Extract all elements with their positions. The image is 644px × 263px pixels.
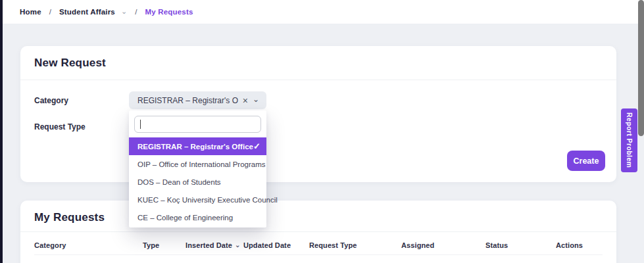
dropdown-option-dos[interactable]: DOS – Dean of Students (129, 173, 266, 191)
column-header-updated-date[interactable]: Updated Date (243, 241, 291, 249)
chevron-down-icon[interactable]: ⌄ (121, 7, 127, 16)
divider (34, 254, 603, 255)
column-header-request-type[interactable]: Request Type (309, 241, 357, 249)
new-request-card: New Request Category REGISTRAR – Registr… (20, 46, 616, 182)
chevron-down-icon[interactable]: ⌄ (253, 95, 266, 103)
breadcrumb: Home / Student Affairs ⌄ / My Requests (3, 0, 644, 24)
category-label: Category (34, 96, 68, 105)
option-label: DOS – Dean of Students (137, 178, 221, 186)
column-header-inserted-date[interactable]: Inserted Date⌄ (186, 241, 240, 249)
column-header-assigned[interactable]: Assigned (401, 241, 434, 249)
option-label: OIP – Office of International Programs (137, 160, 266, 168)
column-header-label: Inserted Date (186, 241, 232, 249)
dropdown-search-wrap (134, 116, 261, 133)
category-select-value: REGISTRAR – Registrar's Office (129, 96, 238, 105)
category-dropdown: REGISTRAR – Registrar's Office ✓ OIP – O… (129, 110, 266, 227)
clear-icon[interactable]: × (238, 96, 253, 105)
dropdown-option-registrar[interactable]: REGISTRAR – Registrar's Office ✓ (129, 137, 266, 155)
breadcrumb-home[interactable]: Home (20, 8, 41, 16)
dropdown-option-oip[interactable]: OIP – Office of International Programs (129, 155, 266, 173)
sort-chevron-icon[interactable]: ⌄ (235, 241, 240, 249)
create-button[interactable]: Create (567, 151, 605, 171)
report-problem-label: Report Problem (626, 112, 633, 168)
check-icon: ✓ (253, 141, 260, 151)
scrollbar-thumb[interactable] (638, 0, 644, 136)
column-header-actions[interactable]: Actions (556, 241, 583, 249)
option-label: CE – College of Engineering (137, 214, 233, 222)
column-header-type[interactable]: Type (143, 241, 159, 249)
divider (20, 80, 616, 80)
breadcrumb-my-requests[interactable]: My Requests (145, 8, 193, 16)
request-type-label: Request Type (34, 122, 86, 132)
breadcrumb-separator: / (135, 8, 137, 16)
collapsed-sidebar-edge (0, 0, 3, 263)
category-select[interactable]: REGISTRAR – Registrar's Office × ⌄ (129, 91, 266, 109)
option-label: REGISTRAR – Registrar's Office (137, 143, 253, 151)
breadcrumb-separator: / (49, 8, 51, 16)
new-request-title: New Request (34, 57, 106, 70)
my-requests-title: My Requests (34, 211, 105, 224)
dropdown-option-ce[interactable]: CE – College of Engineering (129, 208, 266, 226)
breadcrumb-student-affairs[interactable]: Student Affairs (59, 8, 115, 16)
my-requests-card: My Requests Category Type Inserted Date⌄… (20, 201, 616, 263)
text-cursor (140, 120, 141, 129)
divider (20, 231, 616, 232)
column-header-status[interactable]: Status (485, 241, 508, 249)
table-header-row: Category Type Inserted Date⌄ Updated Dat… (20, 237, 616, 254)
option-label: KUEC – Koç University Executive Council (137, 196, 278, 204)
column-header-category[interactable]: Category (34, 241, 66, 249)
dropdown-option-kuec[interactable]: KUEC – Koç University Executive Council (129, 191, 266, 208)
report-problem-tab[interactable]: Report Problem (621, 108, 637, 172)
dropdown-search-input[interactable] (134, 116, 261, 133)
